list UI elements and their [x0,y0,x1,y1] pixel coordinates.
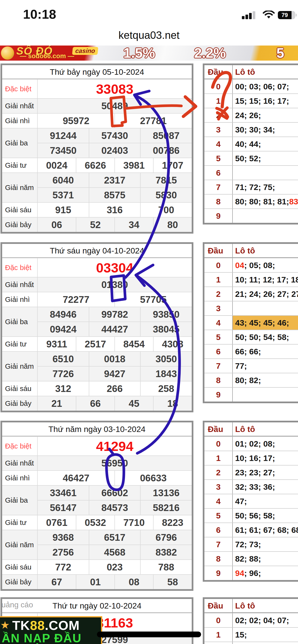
loto-header-dau: Đầu [204,599,233,612]
prize-label-fourth: Giải tư [2,337,38,351]
prize-label-third: Giải ba [2,307,38,336]
loto-row: 666; 66; [204,344,298,358]
prize-value-line: 33083 [38,80,192,98]
loto-number: 15; 15; 16; 17; [235,96,289,106]
prize-values: 936865176796275645688382 [38,530,192,560]
prize-row-seventh: Giải bảy67010858 [2,574,192,589]
prize-value-line: 772694271843 [38,366,192,381]
prize-value-line: 7227757705 [38,292,192,307]
prize-value: 6517 [89,530,140,544]
prize-value-line: 915316700 [38,203,192,217]
prize-value: 03304 [38,258,192,277]
loto-row: 443; 45; 45; 46; [204,315,298,330]
loto-table: ĐầuLô tô004; 05; 08;110; 11; 12; 17; 18;… [203,242,298,403]
prize-row-sixth: Giải sáu915316700 [2,202,192,217]
result-table: Thứ năm ngày 03-10-2024Đặc biệt41294Giải… [1,421,193,591]
loto-numbers: 10; 16; 17; [233,451,298,465]
loto-digit: 5 [204,152,233,165]
prize-label-seventh: Giải bảy [2,218,38,232]
home-indicator[interactable] [97,632,201,637]
loto-number: 43; 45; 45; 46; [235,318,289,328]
casino-banner-ad[interactable]: SÔ ĐỎ casino — sodo66.com — 1.5% 2.2% 5 [0,46,298,60]
prize-row-second: Giải nhì9597227781 [2,113,192,128]
prize-value: 58216 [140,500,192,515]
loto-row: 004; 05; 08; [204,258,298,272]
prize-value-line: 50489 [38,99,192,113]
prize-value: 52 [76,218,114,232]
prize-row-fourth: Giải tư0024662639811707 [2,158,192,172]
loto-number: 82; 88; [235,554,261,564]
loto-header-row: ĐầuLô tô [204,65,298,79]
prize-label-seventh: Giải bảy [2,396,38,411]
loto-numbers: 01; 02; 08; [233,437,298,451]
loto-numbers: 02; 02; 04; 07; [233,613,298,627]
prize-value: 7710 [114,515,153,530]
loto-number-red: 94 [235,568,244,578]
prize-values: 912445743085087734500240300786 [38,128,192,158]
loto-number: 71; 72; 75; [235,182,275,192]
prize-value: 1707 [153,158,192,172]
prize-value: 2317 [89,173,140,187]
prize-value: 258 [140,382,192,396]
loto-row: 777; [204,358,298,373]
prize-label-fifth: Giải năm [2,352,38,381]
loto-number-red: 83; [289,197,298,206]
loto-row: 9 [204,208,298,223]
prize-value: 84573 [89,500,140,515]
prize-value-line: 4642706633 [38,471,192,485]
banner-site: — sodo66.com — [6,52,88,60]
prize-value: 7726 [38,366,89,381]
loto-digit: 0 [204,80,233,94]
loto-number: 66; 66; [235,347,261,356]
prize-values: 21664518 [38,396,192,411]
loto-numbers: 23; 23; 27; [233,466,298,480]
loto-numbers: 66; 66; [233,344,298,358]
loto-digit: 8 [204,194,233,208]
prize-row-fourth: Giải tư9311251784544308 [2,336,192,351]
prize-row-sixth: Giải sáu772023788 [2,560,192,574]
prize-label-sixth: Giải sáu [2,382,38,396]
prize-value: 8575 [89,188,140,202]
result-table: Thứ bảy ngày 05-10-2024Đặc biệt33083Giải… [1,64,193,234]
loto-number: 50; 50; 54; 58; [235,332,289,342]
loto-row: 002; 02; 04; 07; [204,613,298,627]
prize-label-second: Giải nhì [2,471,38,485]
loto-number: 21; 24; 26; 27; 27; [235,290,298,299]
loto-number: 10; 16; 17; [235,454,275,463]
loto-number: 47; [235,497,247,506]
banner-rate-2: 2.2% [184,46,236,60]
loto-digit: 3 [204,480,233,494]
loto-numbers: 80; 80; 81; 81; 83; [233,194,298,208]
tk88-ad-banner[interactable]: ★ TK88.COM ẦN NẠP ĐẦU [0,616,102,644]
prize-value: 312 [38,382,89,396]
loto-table: ĐầuLô tô000; 03; 06; 07;115; 15; 16; 17;… [203,64,298,224]
loto-number: 10; 11; 12; 17; 18; [235,275,298,284]
loto-row: 880; 80; 81; 81; 83; [204,194,298,208]
prize-value: 58 [153,575,192,589]
prize-label-first: Giải nhất [2,278,38,292]
loto-row: 330; 30; 34; [204,122,298,136]
prize-row-third: Giải ba912445743085087734500240300786 [2,128,192,158]
prize-value: 6796 [140,530,192,544]
prize-value-line: 604023177815 [38,173,192,187]
prize-value: 023 [89,560,140,574]
loto-numbers [233,388,298,402]
loto-row: 771; 72; 75; [204,180,298,194]
loto-numbers: 50; 56; 58; [233,509,298,522]
table-date: Thứ bảy ngày 05-10-2024 [2,65,192,79]
loto-row: 550; 50; 54; 58; [204,330,298,344]
loto-numbers: 50; 50; 54; 58; [233,330,298,344]
prize-value: 66602 [89,486,140,500]
loto-digit: 7 [204,538,233,551]
loto-row: 115; 15; 16; 17; [204,94,298,108]
prize-value: 266 [89,382,140,396]
loto-number: ; 96; [244,568,261,578]
prize-value: 99782 [89,307,140,322]
prize-value-line: 0761053277108223 [38,515,192,530]
prize-values: 01380 [38,278,192,292]
loto-numbers [233,209,298,223]
prize-value-line: 67010858 [38,575,192,589]
loto-digit: 9 [204,388,233,402]
prize-value: 915 [38,203,89,217]
loto-row: 9 [204,387,298,402]
